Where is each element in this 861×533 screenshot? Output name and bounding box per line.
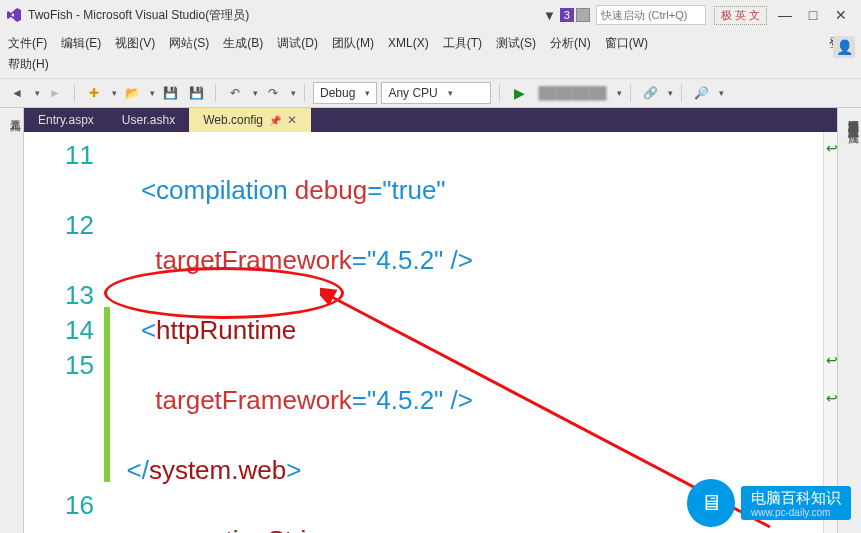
start-debug-button[interactable]: ▶ bbox=[508, 82, 530, 104]
scroll-indicator[interactable]: ↩ ↩ ↩ bbox=[823, 132, 837, 533]
menu-build[interactable]: 生成(B) bbox=[223, 35, 263, 52]
nav-back-button[interactable]: ◄ bbox=[6, 82, 28, 104]
user-avatar-icon[interactable]: 👤 bbox=[833, 36, 855, 58]
minimize-button[interactable]: — bbox=[771, 4, 799, 26]
menu-analyze[interactable]: 分析(N) bbox=[550, 35, 591, 52]
maximize-button[interactable]: □ bbox=[799, 4, 827, 26]
document-tabstrip: Entry.aspx User.ashx Web.config📌✕ bbox=[24, 108, 837, 132]
menu-team[interactable]: 团队(M) bbox=[332, 35, 374, 52]
ime-indicator[interactable]: 极 英 文 bbox=[714, 6, 767, 25]
tab-web-config[interactable]: Web.config📌✕ bbox=[189, 108, 311, 132]
menu-view[interactable]: 视图(V) bbox=[115, 35, 155, 52]
quick-launch-input[interactable] bbox=[596, 5, 706, 25]
toolbar: ◄▾ ► ✚▾ 📂▾ 💾 💾 ↶▾ ↷▾ Debug▾ Any CPU▾ ▶ █… bbox=[0, 78, 861, 108]
watermark-logo-icon: 🖥 bbox=[687, 479, 735, 527]
platform-dropdown[interactable]: Any CPU▾ bbox=[381, 82, 491, 104]
redo-button[interactable]: ↷ bbox=[262, 82, 284, 104]
menu-tools[interactable]: 工具(T) bbox=[443, 35, 482, 52]
watermark-brand: 电脑百科知识 bbox=[751, 489, 841, 506]
notification-badge[interactable]: 3 bbox=[560, 8, 574, 22]
close-tab-icon[interactable]: ✕ bbox=[287, 113, 297, 127]
code-editor[interactable]: <compilation debug="true" targetFramewor… bbox=[110, 132, 823, 533]
window-titlebar: TwoFish - Microsoft Visual Studio(管理员) ▼… bbox=[0, 0, 861, 30]
feedback-icon[interactable] bbox=[576, 8, 590, 22]
find-in-files-button[interactable]: 🔎 bbox=[690, 82, 712, 104]
notification-flag-icon[interactable]: ▼ bbox=[543, 8, 556, 23]
save-button[interactable]: 💾 bbox=[159, 82, 181, 104]
watermark-url: www.pc-daily.com bbox=[751, 507, 841, 519]
menu-edit[interactable]: 编辑(E) bbox=[61, 35, 101, 52]
undo-button[interactable]: ↶ bbox=[224, 82, 246, 104]
toolbox-rail[interactable]: 工具箱 bbox=[0, 108, 24, 533]
vs-logo-icon bbox=[6, 7, 22, 23]
start-target-label[interactable]: ████████ bbox=[534, 86, 610, 100]
open-file-button[interactable]: 📂 bbox=[121, 82, 143, 104]
tab-user-ashx[interactable]: User.ashx bbox=[108, 108, 189, 132]
save-all-button[interactable]: 💾 bbox=[185, 82, 207, 104]
menu-file[interactable]: 文件(F) bbox=[8, 35, 47, 52]
menu-website[interactable]: 网站(S) bbox=[169, 35, 209, 52]
nav-forward-button[interactable]: ► bbox=[44, 82, 66, 104]
config-dropdown[interactable]: Debug▾ bbox=[313, 82, 377, 104]
close-button[interactable]: ✕ bbox=[827, 4, 855, 26]
window-title: TwoFish - Microsoft Visual Studio(管理员) bbox=[28, 7, 249, 24]
browser-link-button[interactable]: 🔗 bbox=[639, 82, 661, 104]
tab-entry-aspx[interactable]: Entry.aspx bbox=[24, 108, 108, 132]
line-number-gutter: 11 12 13 14 15 16 bbox=[24, 132, 104, 533]
menu-debug[interactable]: 调试(D) bbox=[277, 35, 318, 52]
menu-test[interactable]: 测试(S) bbox=[496, 35, 536, 52]
solution-explorer-rail[interactable]: 解决方案资源管理器 团队资源管理器 属性 bbox=[837, 108, 861, 533]
menu-xml[interactable]: XML(X) bbox=[388, 36, 429, 50]
menu-help[interactable]: 帮助(H) bbox=[8, 57, 49, 71]
watermark: 🖥 电脑百科知识www.pc-daily.com bbox=[687, 479, 851, 527]
menu-bar: 文件(F) 编辑(E) 视图(V) 网站(S) 生成(B) 调试(D) 团队(M… bbox=[0, 30, 861, 56]
pin-icon[interactable]: 📌 bbox=[269, 115, 281, 126]
menu-window[interactable]: 窗口(W) bbox=[605, 35, 648, 52]
menu-bar-row2: 帮助(H) bbox=[0, 56, 861, 78]
new-project-button[interactable]: ✚ bbox=[83, 82, 105, 104]
